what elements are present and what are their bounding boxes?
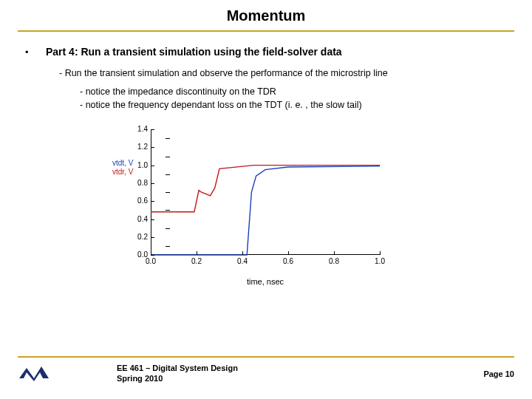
- content-body: • Part 4: Run a transient simulation usi…: [0, 45, 532, 292]
- chart-container: vtdt, V vtdr, V 0.00.20.40.60.81.01.21.4…: [99, 122, 417, 292]
- page-number: Page 10: [483, 369, 514, 378]
- chart-traces: [151, 129, 380, 255]
- bullet-marker: •: [25, 46, 46, 59]
- x-tick-label: 0.8: [329, 256, 339, 267]
- divider-top: [18, 30, 514, 32]
- footer-term: Spring 2010: [117, 374, 163, 383]
- y-tick-label: 1.4: [123, 124, 148, 134]
- x-tick-label: 0.4: [237, 256, 248, 267]
- x-axis-label: time, nsec: [151, 276, 380, 287]
- y-tick-label: 0.4: [123, 214, 148, 225]
- trace-vtdr: [151, 166, 380, 212]
- y-tick-label: 0.8: [123, 178, 148, 188]
- x-tick-label: 0.2: [191, 256, 202, 267]
- trace-vtdt: [151, 166, 380, 255]
- bullet-heading: Part 4: Run a transient simulation using…: [46, 45, 342, 60]
- sub-bullet-2a: - notice the impedance discontinuity on …: [80, 86, 507, 99]
- x-tick-label: 0.6: [283, 256, 293, 267]
- sub-bullet-1: - Run the transient simulation and obser…: [59, 67, 507, 81]
- y-tick-label: 1.2: [123, 142, 148, 152]
- x-tick-label: 1.0: [375, 256, 385, 267]
- page-title: Momentum: [0, 0, 532, 30]
- footer-course: EE 461 – Digital System Design: [117, 364, 238, 372]
- sub-bullet-2b: - notice the frequency dependant loss on…: [80, 99, 507, 112]
- y-tick-label: 0.6: [123, 196, 148, 206]
- logo-icon: [18, 362, 50, 386]
- footer: EE 461 – Digital System Design Spring 20…: [0, 356, 532, 386]
- divider-bottom: [18, 356, 514, 358]
- y-tick-label: 1.0: [123, 160, 148, 171]
- plot-area: 0.00.20.40.60.81.01.21.40.00.20.40.60.81…: [151, 129, 380, 255]
- footer-course-text: EE 461 – Digital System Design Spring 20…: [50, 364, 483, 384]
- bullet-heading-row: • Part 4: Run a transient simulation usi…: [25, 45, 507, 60]
- chart: vtdt, V vtdr, V 0.00.20.40.60.81.01.21.4…: [99, 122, 409, 292]
- y-tick-label: 0.0: [123, 250, 148, 260]
- x-tick-label: 0.0: [146, 256, 156, 267]
- y-tick-label: 0.2: [123, 232, 148, 242]
